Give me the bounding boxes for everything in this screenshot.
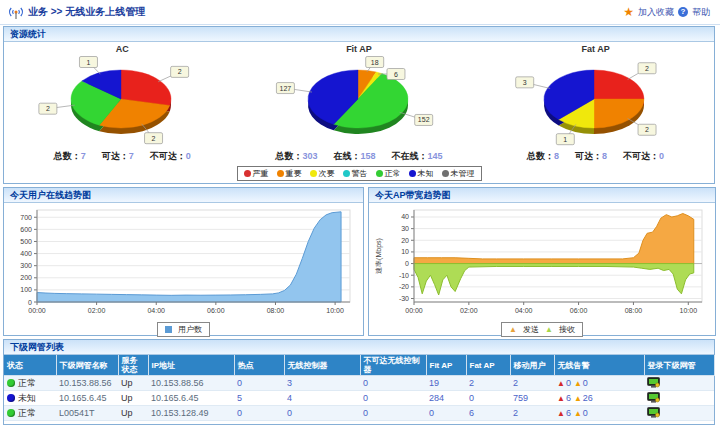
nms-table-row: 未知 10.165.6.45 Up 10.165.6.45 5 4 0 284 … xyxy=(4,391,714,406)
svg-text:10:00: 10:00 xyxy=(680,307,698,314)
unreachable-controller-count-link[interactable]: 0 xyxy=(360,376,426,391)
help-icon[interactable]: ? xyxy=(678,7,688,17)
hotspot-count-link[interactable]: 5 xyxy=(234,391,284,406)
svg-text:速率(Mbps): 速率(Mbps) xyxy=(375,238,383,274)
minor-alarm-count[interactable]: 0 xyxy=(583,408,588,418)
minor-alarm-count[interactable]: 0 xyxy=(583,378,588,388)
svg-text:02:00: 02:00 xyxy=(460,307,478,314)
legend-item-minor: 次要 xyxy=(310,168,335,179)
service-state: Up xyxy=(118,406,148,421)
add-favorite-link[interactable]: 加入收藏 xyxy=(638,6,674,19)
mobile-user-count-link[interactable]: 2 xyxy=(510,376,554,391)
login-nms-icon[interactable] xyxy=(647,407,660,418)
resource-stats-header: 资源统计 xyxy=(4,27,714,42)
svg-text:06:00: 06:00 xyxy=(570,307,588,314)
critical-alarm-count[interactable]: 0 xyxy=(566,378,571,388)
col-controllers: 无线控制器 xyxy=(284,355,360,376)
user-trend-chart: 010020030040050060070000:0002:0004:0006:… xyxy=(7,204,360,318)
legend-label: 正常 xyxy=(385,168,401,179)
user-trend-header: 今天用户在线趋势图 xyxy=(4,188,363,203)
fat-ap-pie-chart: 2213 xyxy=(477,54,711,148)
legend-label: 发送 xyxy=(523,324,539,335)
legend-item-warning: 警告 xyxy=(343,168,368,179)
minor-alarm-icon: ▲ xyxy=(574,409,582,418)
subordinate-nms-table: 状态 下级网管名称 服务状态 IP地址 热点 无线控制器 不可达无线控制器 Fi… xyxy=(4,355,715,421)
fat-ap-pie-title: Fat AP xyxy=(477,44,714,54)
top-bar: 业务 >> 无线业务上线管理 ★ 加入收藏 ? 帮助 xyxy=(0,0,720,25)
fit-ap-pie-chart: 186152127 xyxy=(241,54,475,148)
ip-address: 10.165.6.45 xyxy=(148,391,234,406)
hotspot-count-link[interactable]: 0 xyxy=(234,406,284,421)
minor-alarm-icon: ▲ xyxy=(574,379,582,388)
hotspot-count-link[interactable]: 0 xyxy=(234,376,284,391)
nms-name-link[interactable]: L00541T xyxy=(56,406,118,421)
svg-text:500: 500 xyxy=(20,238,32,245)
svg-text:18: 18 xyxy=(370,59,378,66)
stat-reachable: 可达：8 xyxy=(575,150,607,163)
alarm-cell: ▲0▲0 xyxy=(554,376,644,391)
svg-text:08:00: 08:00 xyxy=(625,307,643,314)
service-state: Up xyxy=(118,391,148,406)
send-triangle-icon: ▲ xyxy=(509,326,517,334)
ip-address: 10.153.88.56 xyxy=(148,376,234,391)
col-fat-ap: Fat AP xyxy=(466,355,510,376)
help-link[interactable]: 帮助 xyxy=(692,6,710,19)
nms-name-link[interactable]: 10.165.6.45 xyxy=(56,391,118,406)
critical-alarm-count[interactable]: 6 xyxy=(566,393,571,403)
controller-count-link[interactable]: 3 xyxy=(284,376,360,391)
col-unreachable-controllers: 不可达无线控制器 xyxy=(360,355,426,376)
top-links: ★ 加入收藏 ? 帮助 xyxy=(623,6,720,19)
svg-text:02:00: 02:00 xyxy=(88,307,106,314)
fit-ap-count-link[interactable]: 284 xyxy=(426,391,466,406)
fit-ap-pie-stats: 总数：303 在线：158 不在线：145 xyxy=(241,150,478,163)
mobile-user-count-link[interactable]: 2 xyxy=(510,406,554,421)
ac-pie-title: AC xyxy=(4,44,241,54)
mobile-user-count-link[interactable]: 759 xyxy=(510,391,554,406)
stat-unreachable: 不可达：0 xyxy=(150,150,191,163)
login-nms-icon[interactable] xyxy=(647,392,660,403)
severity-legend-box: 严重 重要 次要 警告 正常 未知 未管理 xyxy=(237,166,482,181)
minor-alarm-count[interactable]: 26 xyxy=(583,393,593,403)
unreachable-controller-count-link[interactable]: 0 xyxy=(360,391,426,406)
svg-text:3: 3 xyxy=(523,79,527,86)
nms-name-link[interactable]: 10.153.88.56 xyxy=(56,376,118,391)
ap-bandwidth-chart: -30-20-1001020304000:0002:0004:0006:0008… xyxy=(372,204,712,318)
svg-text:-20: -20 xyxy=(399,283,409,290)
fat-ap-count-link[interactable]: 0 xyxy=(466,391,510,406)
svg-text:00:00: 00:00 xyxy=(28,307,46,314)
svg-text:2: 2 xyxy=(46,105,50,112)
receive-triangle-icon: ▲ xyxy=(545,326,553,334)
normal-dot-icon xyxy=(376,170,383,177)
svg-text:20: 20 xyxy=(401,237,409,244)
legend-label: 重要 xyxy=(286,168,302,179)
controller-count-link[interactable]: 4 xyxy=(284,391,360,406)
wireless-dashboard-page: 业务 >> 无线业务上线管理 ★ 加入收藏 ? 帮助 资源统计 AC 2221 … xyxy=(0,0,720,428)
col-login-nms: 登录下级网管 xyxy=(644,355,714,376)
stat-online: 在线：158 xyxy=(333,150,375,163)
fat-ap-count-link[interactable]: 2 xyxy=(466,376,510,391)
legend-label: 次要 xyxy=(319,168,335,179)
col-service-state: 服务状态 xyxy=(118,355,148,376)
stat-total: 总数：7 xyxy=(54,150,86,163)
svg-text:08:00: 08:00 xyxy=(267,307,285,314)
ac-pie-chart: 2221 xyxy=(4,54,238,148)
unreachable-controller-count-link[interactable]: 0 xyxy=(360,406,426,421)
alarm-cell: ▲6▲0 xyxy=(554,406,644,421)
critical-alarm-count[interactable]: 6 xyxy=(566,408,571,418)
login-nms-icon[interactable] xyxy=(647,377,660,388)
col-wireless-alarms: 无线告警 xyxy=(554,355,644,376)
svg-text:2: 2 xyxy=(152,135,156,142)
fit-ap-count-link[interactable]: 0 xyxy=(426,406,466,421)
service-state: Up xyxy=(118,376,148,391)
svg-text:200: 200 xyxy=(20,274,32,281)
fat-ap-count-link[interactable]: 6 xyxy=(466,406,510,421)
svg-text:30: 30 xyxy=(401,225,409,232)
svg-text:1: 1 xyxy=(87,59,91,66)
svg-text:152: 152 xyxy=(418,116,430,123)
ap-bandwidth-legend: ▲ 发送 ▲ 接收 xyxy=(501,322,583,337)
svg-text:10: 10 xyxy=(401,248,409,255)
fit-ap-count-link[interactable]: 19 xyxy=(426,376,466,391)
col-hotspot: 热点 xyxy=(234,355,284,376)
favorite-star-icon: ★ xyxy=(623,6,634,18)
controller-count-link[interactable]: 0 xyxy=(284,406,360,421)
